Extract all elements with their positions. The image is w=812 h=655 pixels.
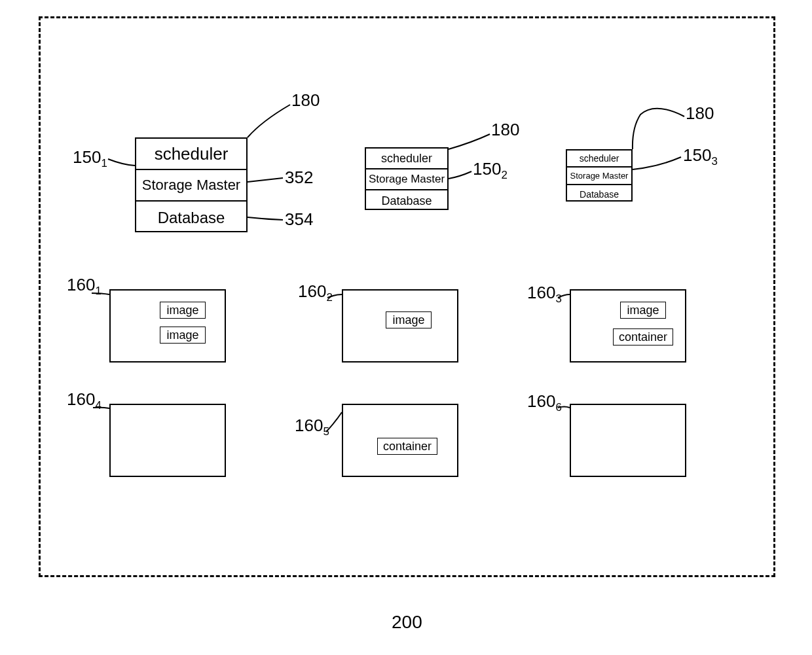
figure-number: 200: [392, 612, 422, 633]
node-box-1: image image: [109, 289, 226, 363]
controller-stack-2: scheduler Storage Master Database: [365, 147, 449, 210]
storage-master-row-2: Storage Master: [366, 169, 447, 190]
storage-master-row-3: Storage Master: [567, 168, 631, 185]
image-chip: image: [620, 302, 666, 319]
node-box-5: container: [342, 404, 458, 477]
scheduler-row-1: scheduler: [136, 139, 246, 170]
label-160-5: 1605: [295, 416, 329, 438]
label-160-6: 1606: [527, 391, 562, 414]
database-row-1: Database: [136, 202, 246, 234]
label-160-2: 1602: [298, 281, 333, 304]
label-150-1: 1501: [73, 147, 107, 170]
label-354: 354: [285, 209, 313, 230]
label-160-1: 1601: [67, 275, 101, 298]
node-box-4: [109, 404, 226, 477]
label-352: 352: [285, 168, 313, 188]
label-180-a: 180: [291, 90, 320, 111]
scheduler-row-3: scheduler: [567, 150, 631, 168]
label-180-b: 180: [491, 120, 519, 140]
controller-stack-1: scheduler Storage Master Database: [135, 137, 248, 232]
container-chip: container: [377, 438, 437, 455]
node-box-6: [570, 404, 686, 477]
label-180-c: 180: [686, 103, 714, 124]
label-160-3: 1603: [527, 283, 562, 306]
node-box-2: image: [342, 289, 458, 363]
database-row-2: Database: [366, 190, 447, 211]
label-150-2: 1502: [473, 159, 507, 182]
label-150-3: 1503: [683, 145, 718, 168]
scheduler-row-2: scheduler: [366, 149, 447, 169]
image-chip: image: [160, 302, 206, 319]
database-row-3: Database: [567, 185, 631, 203]
node-box-3: image container: [570, 289, 686, 363]
label-160-4: 1604: [67, 389, 101, 412]
image-chip: image: [386, 311, 432, 328]
container-chip: container: [613, 328, 673, 345]
image-chip: image: [160, 327, 206, 344]
storage-master-row-1: Storage Master: [136, 170, 246, 202]
controller-stack-3: scheduler Storage Master Database: [566, 149, 633, 202]
